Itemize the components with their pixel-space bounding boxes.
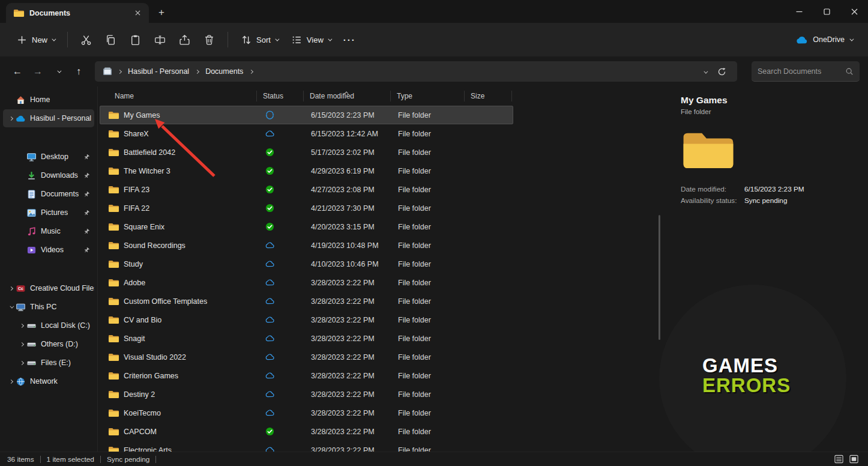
delete-button[interactable]: [198, 30, 220, 50]
sort-button[interactable]: Sort: [235, 30, 283, 50]
toolbar-separator: [228, 32, 228, 47]
minimize-button[interactable]: [785, 0, 813, 23]
breadcrumb-item-documents[interactable]: Documents: [202, 65, 247, 78]
chevron-icon[interactable]: [17, 324, 26, 327]
chevron-icon[interactable]: [7, 380, 16, 383]
file-row[interactable]: Square Enix 4/20/2023 3:15 PM File folde…: [100, 217, 513, 236]
sidebar-item-pictures[interactable]: Pictures: [3, 204, 94, 222]
sidebar-item-hasibul-personal[interactable]: Hasibul - Personal: [3, 109, 94, 127]
tab-documents[interactable]: Documents: [6, 3, 149, 23]
pin-icon: [83, 246, 91, 254]
file-row[interactable]: Visual Studio 2022 3/28/2023 2:22 PM Fil…: [100, 348, 513, 366]
maximize-button[interactable]: [813, 0, 840, 23]
cut-button[interactable]: [75, 30, 97, 50]
onedrive-button[interactable]: OneDrive: [790, 31, 858, 48]
file-row[interactable]: Adobe 3/28/2023 2:22 PM File folder: [100, 273, 513, 292]
breadcrumb-item-onedrive[interactable]: Hasibul - Personal: [124, 65, 193, 78]
file-row[interactable]: KoeiTecmo 3/28/2023 2:22 PM File folder: [100, 404, 513, 422]
file-row[interactable]: FIFA 23 4/27/2023 2:08 PM File folder: [100, 180, 513, 199]
file-name: Adobe: [124, 279, 145, 287]
forward-button[interactable]: →: [29, 62, 47, 80]
share-button[interactable]: [173, 30, 196, 50]
chevron-icon[interactable]: [17, 343, 26, 346]
rename-button[interactable]: [149, 30, 171, 50]
search-input[interactable]: [758, 67, 842, 76]
sidebar-item-documents[interactable]: Documents: [3, 185, 94, 203]
toolbar-separator: [67, 32, 68, 47]
recent-locations-button[interactable]: [49, 62, 67, 80]
column-header-size[interactable]: Size: [465, 86, 512, 106]
address-bar[interactable]: Hasibul - Personal Documents: [95, 61, 737, 82]
new-button[interactable]: New: [11, 30, 60, 50]
folder-icon: [108, 427, 119, 436]
sidebar-item-desktop[interactable]: Desktop: [3, 148, 94, 166]
sidebar-item-videos[interactable]: Videos: [3, 241, 94, 259]
file-row[interactable]: Battlefield 2042 5/17/2023 2:02 PM File …: [100, 143, 513, 162]
file-row[interactable]: ShareX 6/15/2023 12:42 AM File folder: [100, 124, 513, 143]
check-status-icon: [265, 148, 274, 157]
sidebar-item-local-disk-c[interactable]: Local Disk (C:): [3, 316, 94, 334]
close-button[interactable]: [840, 0, 868, 23]
file-row[interactable]: CAPCOM 3/28/2023 2:22 PM File folder: [100, 422, 513, 441]
chevron-down-icon: [52, 37, 56, 41]
file-row[interactable]: Destiny 2 3/28/2023 2:22 PM File folder: [100, 385, 513, 404]
file-row[interactable]: CV and Bio 3/28/2023 2:22 PM File folder: [100, 310, 513, 329]
sidebar-item-others-d[interactable]: Others (D:): [3, 335, 94, 353]
copy-button[interactable]: [100, 30, 122, 50]
chevron-down-icon: [849, 37, 854, 41]
file-row[interactable]: Criterion Games 3/28/2023 2:22 PM File f…: [100, 366, 513, 385]
chevron-icon[interactable]: [7, 306, 16, 309]
sidebar-item-this-pc[interactable]: This PC: [3, 298, 94, 316]
new-tab-button[interactable]: +: [152, 4, 170, 22]
column-header-name[interactable]: Name: [98, 86, 257, 106]
paste-button[interactable]: [124, 30, 146, 50]
up-button[interactable]: ↑: [70, 62, 88, 80]
file-row[interactable]: Snagit 3/28/2023 2:22 PM File folder: [100, 329, 513, 348]
address-dropdown-button[interactable]: [704, 67, 707, 76]
titlebar: Documents +: [0, 0, 868, 23]
chevron-icon[interactable]: [17, 362, 26, 365]
file-name: Battlefield 2042: [124, 148, 175, 157]
tab-close-icon[interactable]: [131, 7, 144, 20]
vertical-scrollbar[interactable]: [659, 215, 660, 340]
cut-icon: [80, 34, 92, 46]
check-status-icon: [265, 222, 274, 231]
selection-count: 1 item selected: [47, 455, 94, 464]
file-row[interactable]: FIFA 22 4/21/2023 7:30 PM File folder: [100, 199, 513, 217]
chevron-icon[interactable]: [7, 287, 16, 290]
file-row[interactable]: Custom Office Templates 3/28/2023 2:22 P…: [100, 292, 513, 310]
sidebar-item-creative-cloud-files[interactable]: Cc Creative Cloud Files: [3, 279, 94, 297]
check-status-icon: [265, 185, 274, 194]
chevron-icon[interactable]: [7, 117, 16, 120]
search-box[interactable]: [752, 61, 860, 82]
file-row[interactable]: The Witcher 3 4/29/2023 6:19 PM File fol…: [100, 162, 513, 180]
details-view-toggle[interactable]: [834, 455, 843, 464]
more-options-button[interactable]: ···: [337, 31, 362, 49]
refresh-button[interactable]: [717, 67, 726, 76]
file-row[interactable]: Electronic Arts 3/28/2023 2:22 PM File f…: [100, 441, 513, 452]
file-name: Visual Studio 2022: [124, 353, 186, 362]
column-header-date-modified[interactable]: Date modified: [304, 86, 391, 106]
column-header-type[interactable]: Type: [391, 86, 465, 106]
file-type: File folder: [392, 446, 466, 452]
sidebar-item-files-e[interactable]: Files (E:): [3, 354, 94, 372]
sidebar-item-downloads[interactable]: Downloads: [3, 166, 94, 184]
file-date-modified: 5/17/2023 2:02 PM: [305, 148, 392, 157]
sidebar-item-network[interactable]: Network: [3, 372, 94, 390]
file-row[interactable]: My Games 6/15/2023 2:23 PM File folder: [100, 106, 513, 124]
file-name: Criterion Games: [124, 372, 178, 380]
file-date-modified: 3/28/2023 2:22 PM: [305, 297, 392, 306]
back-button[interactable]: ←: [8, 62, 26, 80]
file-date-modified: 4/29/2023 6:19 PM: [305, 167, 392, 175]
file-row[interactable]: Study 4/10/2023 10:46 PM File folder: [100, 255, 513, 273]
file-date-modified: 4/10/2023 10:46 PM: [305, 260, 392, 268]
cloud-status-icon: [265, 241, 274, 250]
thumbnail-view-toggle[interactable]: [849, 455, 858, 464]
check-status-icon: [265, 166, 274, 175]
file-row[interactable]: Sound Recordings 4/19/2023 10:48 PM File…: [100, 236, 513, 255]
sidebar-item-music[interactable]: Music: [3, 222, 94, 240]
column-header-status[interactable]: Status: [257, 86, 304, 106]
view-button[interactable]: View: [286, 30, 336, 50]
sidebar-item-home[interactable]: Home: [3, 91, 94, 109]
file-name: KoeiTecmo: [124, 409, 161, 417]
